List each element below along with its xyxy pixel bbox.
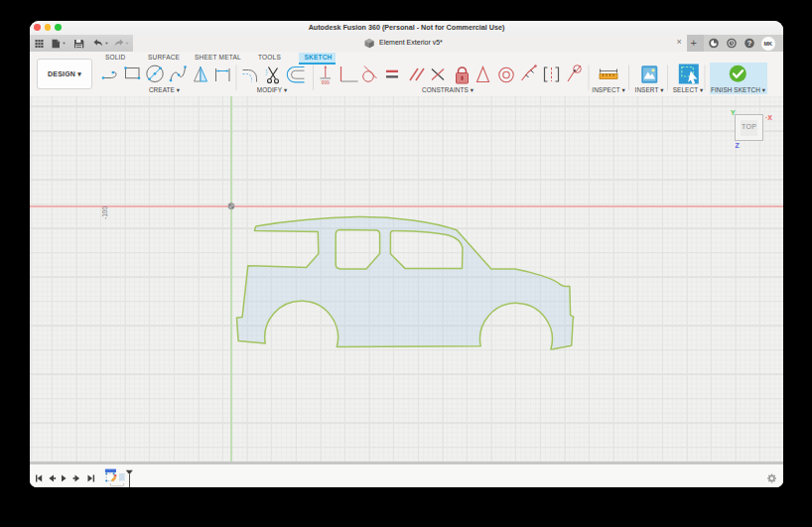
svg-text:999: 999 <box>322 79 331 85</box>
svg-text:?: ? <box>747 39 752 48</box>
